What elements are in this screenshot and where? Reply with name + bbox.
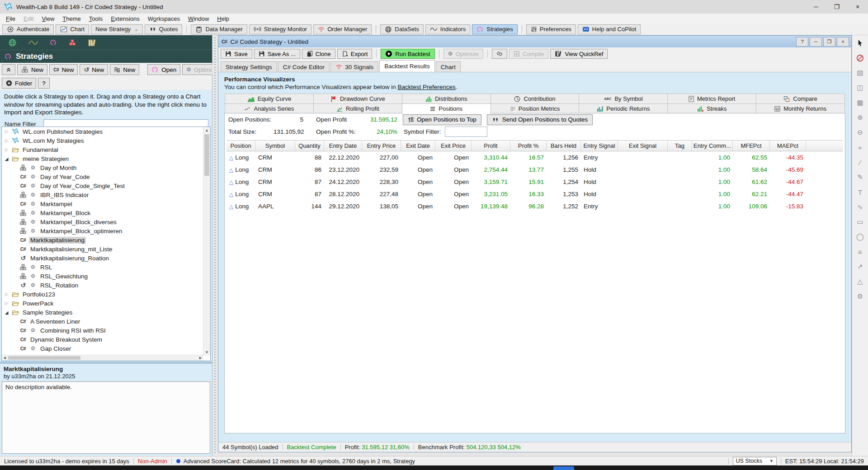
visualizer-tab-by-symbol[interactable]: ABCBy Symbol (579, 94, 668, 104)
scroll-right-icon[interactable]: ▶ (198, 355, 203, 361)
app-new-strategy-button[interactable]: New Strategy⌄ (91, 24, 142, 34)
scrollbar-thumb[interactable] (204, 134, 209, 176)
strategy-save-button[interactable]: Save (221, 49, 252, 59)
scrollbar-thumb[interactable] (8, 356, 80, 360)
menu-file[interactable]: File (2, 14, 19, 23)
books-icon[interactable] (88, 39, 96, 47)
menu-theme[interactable]: Theme (58, 14, 85, 23)
menu-help[interactable]: Help (213, 14, 233, 23)
column-header-entry-signal[interactable]: Entry Signal (581, 141, 618, 151)
tree-item-day-of-year-code[interactable]: C#⚙Day of Year_Code (2, 172, 210, 181)
tree-item-a-seventeen-liner[interactable]: C#A Seventeen Liner (2, 317, 210, 326)
visualizer-tab-compare[interactable]: Compare (756, 94, 845, 104)
tab-backtest-results[interactable]: Backtest Results (379, 60, 435, 72)
sidebar-new-button[interactable]: New (110, 64, 139, 75)
tool-zoom-in-icon[interactable]: ⊕ (855, 112, 866, 123)
tree-item-dynamic-breakout-system[interactable]: C#Dynamic Breakout System (2, 335, 210, 344)
tree-item-rsl-rotation[interactable]: ↺⚙RSL_Rotation (2, 281, 210, 290)
visualizer-tab-periodic-returns[interactable]: Periodic Returns (579, 103, 668, 114)
tool-trendline-icon[interactable]: ∕ (855, 157, 866, 168)
expand-arrow-icon[interactable]: ▷ (4, 292, 9, 296)
strategy-optimize-button[interactable]: ⚙Optimize (443, 49, 483, 59)
main-splitter[interactable] (212, 35, 218, 456)
app-authenticate-button[interactable]: Authenticate (2, 24, 54, 34)
minimize-button[interactable]: ─ (806, 0, 826, 14)
symbol-filter-input[interactable] (445, 127, 487, 137)
column-header-entry-date[interactable]: Entry Date (324, 141, 362, 151)
column-header-exit-price[interactable]: Exit Price (435, 141, 472, 151)
visualizer-tab-positions[interactable]: Positions (402, 103, 491, 114)
app-datasets-button[interactable]: DataSets (380, 24, 423, 34)
column-header-tag[interactable]: Tag (668, 141, 692, 151)
open-positions-to-top-button[interactable]: Open Positions to Top (403, 114, 481, 125)
tool-data-panel-icon[interactable]: ▤ (855, 67, 866, 78)
column-header-bars-held[interactable]: Bars Held (547, 141, 581, 151)
visualizer-tab-analysis-series[interactable]: Analysis Series (225, 103, 314, 114)
tree-item-powerpack[interactable]: ▷PowerPack (2, 299, 210, 308)
column-header-mfepct[interactable]: MFEPct (733, 141, 770, 151)
tool-chart-style-icon[interactable]: ▦ (855, 97, 866, 108)
tool-shape-tool-icon[interactable]: ▭ (855, 216, 866, 227)
tool-disable-icon[interactable] (855, 52, 866, 63)
tree-item-marktkapitalisierung-roation[interactable]: ↺Marktkapitalisierung_Roation (2, 254, 210, 263)
expand-arrow-icon[interactable]: ▷ (4, 147, 9, 152)
backtest-preferences-link[interactable]: Backtest Preferences (397, 84, 455, 90)
tree-item-marktkapitalisierung[interactable]: C#Marktkapitalisierung (2, 235, 210, 244)
blocks-red-icon[interactable] (69, 39, 76, 46)
strategy-compile-button[interactable]: Compile (509, 49, 549, 59)
sidebar-blank-button[interactable]: ? (38, 78, 50, 89)
column-header-exit-date[interactable]: Exit Date (401, 141, 435, 151)
column-header-profit[interactable]: Profit (472, 141, 510, 151)
window-minimize-button[interactable]: ─ (810, 37, 822, 47)
tree-item-marktampel-block-diverses[interactable]: ⚙Marktampel_Block_diverses (2, 217, 210, 226)
sidebar-collapse-all-button[interactable] (2, 64, 15, 75)
column-header-symbol[interactable]: Symbol (255, 141, 295, 151)
scroll-down-icon[interactable]: ▼ (203, 349, 210, 355)
column-header-maepct[interactable]: MAEPct (770, 141, 806, 151)
tree-item-fundamental[interactable]: ▷Fundamental (2, 145, 210, 154)
tree-item-meine-strategien[interactable]: ◢meine Strategien (2, 154, 210, 163)
app-strategies-button[interactable]: Strategies (472, 24, 518, 34)
collapse-arrow-icon[interactable]: ◢ (4, 156, 9, 161)
close-button[interactable]: × (847, 0, 868, 14)
tool-watchlist-icon[interactable]: ◫ (855, 82, 866, 93)
tab-chart[interactable]: Chart (436, 61, 461, 72)
column-header-position[interactable]: Position (226, 141, 255, 151)
app-indicators-button[interactable]: Indicators (425, 24, 470, 34)
tool-settings-tool-icon[interactable]: ⚙ (855, 291, 866, 302)
tool-trend-arrow-icon[interactable]: ↗ (855, 261, 866, 272)
app-chart-button[interactable]: Chart (56, 24, 89, 34)
tree-item-ibr-ibs-indicator[interactable]: ⚙IBR_IBS Indicator (2, 190, 210, 199)
column-header-profit[interactable]: Profit % (510, 141, 547, 151)
tab-30-signals[interactable]: 30 Signals (330, 61, 378, 72)
visualizer-tab-streaks[interactable]: Streaks (667, 103, 756, 114)
app-quotes-button[interactable]: Quotes (145, 24, 183, 34)
strategy-link-button[interactable] (492, 49, 507, 59)
app-strategy-monitor-button[interactable]: Strategy Monitor (249, 24, 311, 34)
scroll-up-icon[interactable]: ▲ (203, 127, 210, 133)
table-row[interactable]: △LongCRM8623.12.2020232,59OpenOpen2,754.… (226, 164, 843, 176)
expand-arrow-icon[interactable]: ▷ (4, 138, 9, 143)
tree-item-wl-com-my-strategies[interactable]: ▷WL.com My Strategies (2, 136, 210, 145)
strategy-save-as-button[interactable]: Save As ... (254, 49, 300, 59)
tree-item-portfolio123[interactable]: ▷Portfolio123 (2, 290, 210, 299)
tool-circle-tool-icon[interactable]: ◯ (855, 231, 866, 242)
menu-workspaces[interactable]: Workspaces (144, 14, 184, 23)
table-row[interactable]: △LongAAPL14429.12.2020138,05OpenOpen19,1… (226, 200, 843, 212)
tree-item-marktampel-block-optimieren[interactable]: ⚙Marktampel_Block_optimieren (2, 226, 210, 235)
strategy-run-backtest-button[interactable]: Run Backtest (381, 49, 434, 59)
strategy-clone-button[interactable]: Clone (302, 49, 335, 59)
maximize-button[interactable]: ❐ (826, 0, 847, 14)
app-help-and-copilot-button[interactable]: Help and CoPilot (578, 24, 641, 34)
menu-extensions[interactable]: Extensions (107, 14, 144, 23)
tool-crosshair-icon[interactable]: + (855, 142, 866, 153)
strategy-view-quickref-button[interactable]: View QuickRef (550, 49, 608, 59)
tool-grid-tool-icon[interactable]: ≡ (855, 246, 866, 257)
brain-icon[interactable] (50, 39, 57, 46)
menu-tools[interactable]: Tools (85, 14, 107, 23)
taskbar-app-icon[interactable] (553, 466, 574, 470)
tab-c-code-editor[interactable]: C# Code Editor (278, 61, 330, 72)
visualizer-tab-metrics-report[interactable]: Metrics Report (667, 94, 756, 104)
column-header-quantity[interactable]: Quantity (295, 141, 324, 151)
expand-arrow-icon[interactable]: ▷ (4, 301, 9, 306)
